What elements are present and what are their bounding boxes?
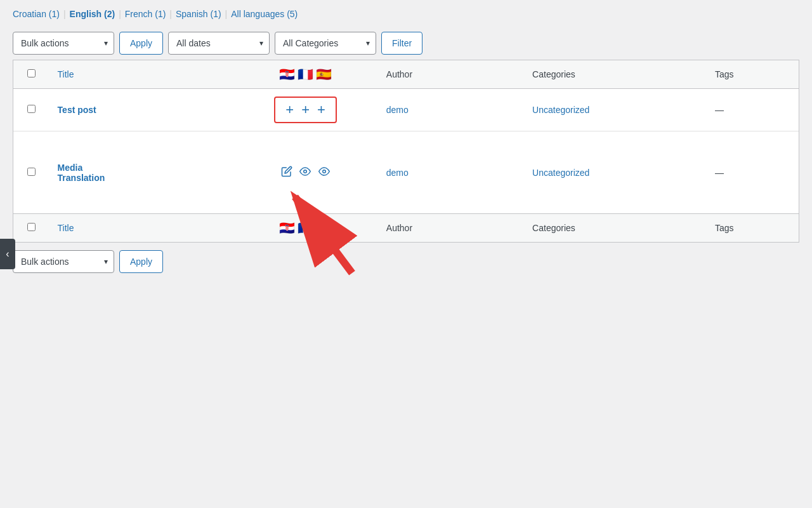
- select-all-footer-checkbox[interactable]: [27, 223, 36, 231]
- header-flags: 🇭🇷 🇫🇷 🇪🇸: [232, 60, 378, 89]
- bottom-apply-button[interactable]: Apply: [119, 250, 163, 273]
- all-dates-select[interactable]: All dates: [168, 32, 270, 55]
- table-header-row: Title 🇭🇷 🇫🇷 🇪🇸 Author Categories Tags: [13, 60, 799, 89]
- sidebar-toggle-button[interactable]: ‹: [0, 239, 15, 269]
- bulk-actions-select[interactable]: Bulk actions: [13, 32, 114, 55]
- sep-4: |: [225, 9, 228, 19]
- row-title-cell: MediaTranslation: [50, 131, 233, 214]
- posts-table-container: Title 🇭🇷 🇫🇷 🇪🇸 Author Categories Tags: [13, 60, 799, 243]
- filter-button[interactable]: Filter: [381, 32, 422, 55]
- bottom-bulk-actions-wrapper: Bulk actions ▾: [13, 250, 114, 273]
- row-flags-cell: [232, 131, 378, 214]
- translation-icons: [240, 166, 370, 179]
- lang-english[interactable]: English (2): [70, 9, 115, 19]
- footer-author: Author: [379, 214, 525, 243]
- lang-all[interactable]: All languages (5): [231, 9, 298, 19]
- row-tags-cell: —: [707, 89, 799, 131]
- add-french-button[interactable]: +: [300, 103, 311, 117]
- header-author: Author: [379, 60, 525, 89]
- top-toolbar: Bulk actions ▾ Apply All dates ▾ All Cat…: [0, 27, 812, 60]
- author-link[interactable]: demo: [386, 168, 409, 178]
- language-bar: Croatian (1) | English (2) | French (1) …: [0, 0, 812, 27]
- row-flags-cell: + + +: [232, 89, 378, 131]
- category-link[interactable]: Uncategorized: [532, 105, 589, 115]
- add-spanish-button[interactable]: +: [316, 103, 327, 117]
- plus-box: + + +: [274, 97, 337, 123]
- post-title-link[interactable]: MediaTranslation: [58, 163, 105, 183]
- select-all-checkbox[interactable]: [27, 69, 36, 77]
- footer-categories: Categories: [525, 214, 707, 243]
- row-author-cell: demo: [379, 131, 525, 214]
- bulk-actions-wrapper: Bulk actions ▾: [13, 32, 114, 55]
- post-title-link[interactable]: Test post: [58, 105, 96, 115]
- row-author-cell: demo: [379, 89, 525, 131]
- lang-french[interactable]: French (1): [125, 9, 166, 19]
- row-checkbox[interactable]: [27, 105, 36, 113]
- row-checkbox-cell: [13, 89, 50, 131]
- sep-3: |: [169, 9, 172, 19]
- row-title-cell: Test post: [50, 89, 233, 131]
- lang-spanish[interactable]: Spanish (1): [176, 9, 221, 19]
- posts-table: Title 🇭🇷 🇫🇷 🇪🇸 Author Categories Tags: [13, 60, 799, 242]
- footer-checkbox-cell: [13, 214, 50, 243]
- lang-croatian[interactable]: Croatian (1): [13, 9, 60, 19]
- header-checkbox-cell: [13, 60, 50, 89]
- footer-flag-french-icon: 🇫🇷: [298, 221, 313, 235]
- view-icon-1[interactable]: [299, 166, 311, 179]
- footer-flag-croatian-icon: 🇭🇷: [279, 221, 295, 235]
- flag-spanish-icon: 🇪🇸: [316, 67, 332, 81]
- row-checkbox-cell: [13, 131, 50, 214]
- header-categories: Categories: [525, 60, 707, 89]
- header-tags: Tags: [707, 60, 799, 89]
- row-checkbox[interactable]: [27, 168, 36, 176]
- svg-point-0: [303, 170, 306, 173]
- chevron-left-icon: ‹: [6, 248, 9, 260]
- tags-dash: —: [715, 105, 724, 115]
- header-title: Title: [50, 60, 233, 89]
- footer-flags: 🇭🇷 🇫🇷 🇪🇸: [232, 214, 378, 243]
- table-row: Test post + + + demo Uncategorized: [13, 89, 799, 131]
- sep-1: |: [63, 9, 66, 19]
- author-link[interactable]: demo: [386, 105, 409, 115]
- sep-2: |: [119, 9, 121, 19]
- row-categories-cell: Uncategorized: [525, 131, 707, 214]
- table-row: MediaTranslation: [13, 131, 799, 214]
- add-croatian-button[interactable]: +: [284, 103, 295, 117]
- row-categories-cell: Uncategorized: [525, 89, 707, 131]
- svg-point-1: [322, 170, 325, 173]
- all-categories-wrapper: All Categories ▾: [275, 32, 376, 55]
- view-icon-2[interactable]: [318, 166, 331, 179]
- footer-flag-spanish-icon: 🇪🇸: [316, 221, 332, 235]
- flag-french-icon: 🇫🇷: [298, 67, 313, 81]
- footer-title: Title: [50, 214, 233, 243]
- all-categories-select[interactable]: All Categories: [275, 32, 376, 55]
- header-title-link[interactable]: Title: [58, 69, 74, 79]
- bottom-bulk-actions-select[interactable]: Bulk actions: [13, 250, 114, 273]
- flag-croatian-icon: 🇭🇷: [279, 67, 295, 81]
- row-tags-cell: —: [707, 131, 799, 214]
- edit-icon[interactable]: [281, 166, 292, 179]
- footer-tags: Tags: [707, 214, 799, 243]
- category-link[interactable]: Uncategorized: [532, 168, 589, 178]
- top-apply-button[interactable]: Apply: [119, 32, 163, 55]
- tags-dash: —: [715, 168, 724, 178]
- all-dates-wrapper: All dates ▾: [168, 32, 270, 55]
- table-footer-row: Title 🇭🇷 🇫🇷 🇪🇸 Author Categories Tags: [13, 214, 799, 243]
- footer-title-link[interactable]: Title: [58, 223, 74, 233]
- bottom-toolbar: Bulk actions ▾ Apply: [0, 243, 812, 281]
